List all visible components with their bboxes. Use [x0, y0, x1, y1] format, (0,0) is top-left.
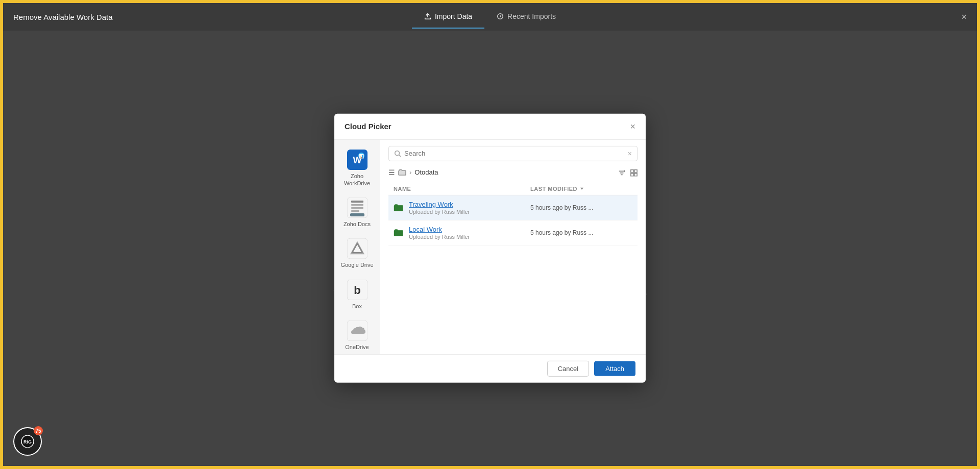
sidebar-label-zoho-docs: Zoho Docs	[344, 220, 371, 228]
zoho-docs-icon	[347, 197, 368, 218]
top-bar-tabs: Import Data Recent Imports	[412, 5, 568, 29]
breadcrumb-folder-name: Otodata	[414, 168, 438, 176]
svg-text:b: b	[354, 284, 360, 297]
hamburger-icon[interactable]: ☰	[388, 168, 395, 176]
svg-rect-39	[634, 174, 637, 176]
file-modified: 5 hours ago by Russ ...	[530, 229, 632, 236]
file-name: Local Work	[409, 226, 470, 233]
file-uploader: Uploaded by Russ Miller	[409, 234, 470, 240]
svg-rect-37	[634, 170, 637, 172]
attach-button[interactable]: Attach	[594, 361, 635, 376]
tab-recent-imports[interactable]: Recent Imports	[484, 5, 568, 29]
svg-rect-20	[350, 213, 364, 216]
sidebar-label-box: Box	[352, 303, 362, 310]
box-icon: b	[347, 279, 368, 301]
dialog-close-button[interactable]: ×	[630, 121, 635, 131]
sidebar-label-zoho-workdrive: Zoho WorkDrive	[340, 172, 375, 187]
file-name-info: Local Work Uploaded by Russ Miller	[409, 226, 470, 240]
dialog-footer: Cancel Attach	[334, 354, 646, 382]
breadcrumb-separator: ›	[409, 168, 411, 176]
file-table: NAME LAST MODIFIED	[388, 183, 638, 348]
sort-down-icon	[579, 186, 584, 191]
cloud-main: × ☰ › Otodata	[380, 139, 646, 354]
search-input[interactable]	[404, 150, 625, 157]
svg-rect-17	[351, 204, 363, 206]
dialog-title: Cloud Picker	[345, 122, 391, 131]
folder-icon	[394, 203, 404, 212]
table-row[interactable]: Traveling Work Uploaded by Russ Miller 5…	[388, 195, 638, 220]
sidebar-item-onedrive[interactable]: OneDrive	[338, 316, 377, 354]
breadcrumb-row: ☰ › Otodata	[388, 166, 638, 178]
dialog-header: Cloud Picker ×	[334, 113, 646, 139]
svg-point-31	[395, 151, 400, 155]
svg-text:RIG: RIG	[23, 439, 32, 445]
sidebar-item-zoho-workdrive[interactable]: W 📊 Zoho WorkDrive	[338, 144, 377, 191]
window-close-button[interactable]: ×	[961, 12, 967, 21]
file-name-cell: Traveling Work Uploaded by Russ Miller	[394, 201, 530, 215]
zoho-workdrive-icon: W 📊	[347, 149, 368, 170]
col-modified-label: LAST MODIFIED	[530, 186, 577, 192]
cloud-picker-dialog: Cloud Picker × W 📊 Zoho WorkDrive	[334, 113, 646, 382]
tab-recent-imports-label: Recent Imports	[507, 12, 556, 20]
rig-badge[interactable]: 75 RIG	[13, 427, 42, 456]
file-name-info: Traveling Work Uploaded by Russ Miller	[409, 201, 470, 215]
search-bar: ×	[388, 145, 638, 161]
sidebar-label-onedrive: OneDrive	[345, 343, 369, 351]
breadcrumb-right	[618, 168, 638, 176]
folder-icon	[394, 228, 404, 237]
sidebar-label-google-drive: Google Drive	[340, 261, 373, 268]
col-name-label: NAME	[394, 186, 411, 192]
breadcrumb-left: ☰ › Otodata	[388, 168, 438, 176]
svg-rect-18	[351, 207, 363, 209]
sidebar-item-google-drive[interactable]: Google Drive	[338, 234, 377, 273]
file-table-header: NAME LAST MODIFIED	[388, 183, 638, 195]
sidebar-item-zoho-docs[interactable]: Zoho Docs	[338, 193, 377, 232]
folder-breadcrumb-icon	[398, 168, 406, 176]
file-name-cell: Local Work Uploaded by Russ Miller	[394, 226, 530, 240]
badge-label: RIG	[20, 435, 35, 448]
file-modified: 5 hours ago by Russ ...	[530, 204, 632, 211]
top-bar: Remove Available Work Data Import Data R…	[3, 3, 977, 31]
table-row[interactable]: Local Work Uploaded by Russ Miller 5 hou…	[388, 220, 638, 245]
svg-rect-38	[631, 174, 633, 176]
svg-rect-16	[351, 201, 363, 203]
grid-view-icon[interactable]	[630, 168, 638, 176]
file-uploader: Uploaded by Russ Miller	[409, 209, 470, 215]
tab-import-data-label: Import Data	[435, 12, 472, 20]
svg-line-32	[399, 155, 401, 157]
search-clear-button[interactable]: ×	[628, 149, 632, 157]
sidebar-item-box[interactable]: b Box	[338, 275, 377, 314]
upload-icon	[424, 13, 431, 20]
onedrive-icon	[347, 320, 368, 341]
svg-rect-19	[351, 210, 359, 212]
file-name: Traveling Work	[409, 201, 470, 208]
svg-rect-36	[631, 170, 633, 172]
svg-marker-40	[580, 188, 583, 190]
search-icon	[394, 150, 401, 157]
sort-icon[interactable]	[618, 168, 625, 176]
clock-icon	[497, 13, 504, 20]
tab-import-data[interactable]: Import Data	[412, 5, 484, 29]
cancel-button[interactable]: Cancel	[547, 360, 589, 376]
google-drive-icon	[347, 238, 368, 259]
badge-number: 75	[34, 426, 43, 435]
svg-text:📊: 📊	[359, 153, 364, 158]
cloud-sidebar: W 📊 Zoho WorkDrive	[334, 139, 380, 354]
col-modified-header[interactable]: LAST MODIFIED	[530, 186, 632, 192]
dialog-body: W 📊 Zoho WorkDrive	[334, 139, 646, 354]
col-name-header: NAME	[394, 186, 530, 192]
window-title: Remove Available Work Data	[13, 13, 113, 21]
